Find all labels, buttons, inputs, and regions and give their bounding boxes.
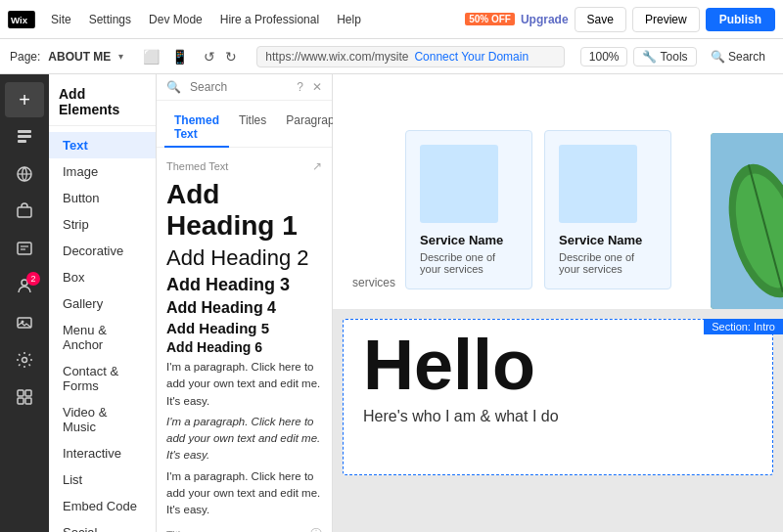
url-bar: https://www.wix.com/mysite Connect Your … [256, 46, 564, 67]
service-desc-2: Describe one of your services [559, 251, 657, 275]
service-card-2: Service Name Describe one of your servic… [544, 130, 671, 289]
services-area: services Service Name Describe one of yo… [333, 74, 691, 309]
panel-item-social[interactable]: Social [49, 519, 156, 532]
svg-rect-7 [18, 207, 31, 217]
device-icons: ⬜ 📱 [139, 47, 192, 66]
svg-rect-17 [18, 398, 23, 404]
hero-images [691, 74, 783, 309]
svg-rect-18 [25, 398, 31, 404]
titles-info-icon: ⓘ [310, 526, 322, 532]
desktop-icon[interactable]: ⬜ [139, 47, 163, 66]
leaf-image [711, 133, 783, 309]
top-bar-right: 50% OFF Upgrade Save Preview Publish [465, 7, 775, 32]
panel-item-decorative[interactable]: Decorative [49, 238, 156, 264]
tagline-text: Here's who I am & what I do [363, 408, 753, 425]
panel-item-box[interactable]: Box [49, 264, 156, 290]
panel-item-interactive[interactable]: Interactive [49, 440, 156, 466]
svg-point-14 [23, 358, 27, 363]
hero-section: services Service Name Describe one of yo… [333, 74, 783, 309]
undo-redo: ↺ ↻ [200, 47, 241, 66]
panel-item-strip[interactable]: Strip [49, 211, 156, 238]
zoom-level[interactable]: 100% [580, 47, 628, 66]
main-area: + 2 Add Elements Text [0, 74, 783, 532]
sidebar-icon-members[interactable]: 2 [5, 268, 44, 303]
sidebar-icon-apps[interactable] [5, 379, 44, 415]
heading-1-option[interactable]: Add Heading 1 [166, 179, 322, 242]
top-nav: Site Settings Dev Mode Hire a Profession… [43, 9, 369, 30]
panel-item-video-music[interactable]: Video & Music [49, 399, 156, 440]
top-bar: Wix Site Settings Dev Mode Hire a Profes… [0, 0, 783, 39]
publish-button[interactable]: Publish [706, 8, 775, 31]
panel-item-button[interactable]: Button [49, 185, 156, 211]
svg-rect-2 [18, 130, 31, 133]
nav-hire[interactable]: Hire a Professional [212, 9, 327, 30]
heading-3-option[interactable]: Add Heading 3 [166, 275, 322, 295]
sidebar-icon-wix-store[interactable] [5, 194, 44, 229]
titles-section-label: Titles ⓘ [166, 526, 322, 532]
connect-domain-link[interactable]: Connect Your Domain [414, 50, 529, 64]
heading-6-option[interactable]: Add Heading 6 [166, 339, 322, 355]
sub-panel-search-input[interactable] [190, 80, 288, 94]
plus-icon: + [19, 89, 30, 111]
members-badge: 2 [26, 272, 40, 286]
nav-devmode[interactable]: Dev Mode [141, 9, 210, 30]
service-image-2 [559, 145, 637, 223]
icon-sidebar: + 2 [0, 74, 49, 532]
panel-items-list: Text Image Button Strip Decorative Box G… [49, 126, 156, 532]
page-label: Page: [10, 50, 40, 64]
text-sub-panel: 🔍 ? ✕ Themed Text Titles Paragraphs Them… [157, 74, 333, 532]
save-button[interactable]: Save [575, 7, 626, 32]
redo-button[interactable]: ↻ [221, 47, 241, 66]
paragraph-2-option[interactable]: I'm a paragraph. Click here to add your … [166, 414, 322, 465]
service-name-2: Service Name [559, 233, 657, 247]
services-label: services [352, 276, 395, 289]
sidebar-icon-pages[interactable] [5, 119, 44, 155]
preview-button[interactable]: Preview [632, 7, 700, 32]
paragraph-1-option[interactable]: I'm a paragraph. Click here to add your … [166, 359, 322, 410]
panel-item-embed-code[interactable]: Embed Code [49, 493, 156, 519]
svg-rect-16 [25, 390, 31, 396]
panel-item-image[interactable]: Image [49, 158, 156, 185]
sidebar-icon-media[interactable] [5, 305, 44, 340]
nav-settings[interactable]: Settings [81, 9, 139, 30]
service-image-1 [420, 145, 498, 223]
page-name: ABOUT ME [48, 50, 111, 64]
sidebar-icon-blog[interactable] [5, 231, 44, 266]
svg-rect-4 [18, 140, 26, 143]
heading-2-option[interactable]: Add Heading 2 [166, 245, 322, 271]
paragraph-3-option[interactable]: I'm a paragraph. Click here to add your … [166, 468, 322, 519]
close-icon[interactable]: ✕ [312, 80, 322, 94]
question-icon: ? [297, 80, 303, 94]
heading-5-option[interactable]: Add Heading 5 [166, 320, 322, 336]
heading-4-option[interactable]: Add Heading 4 [166, 299, 322, 317]
wix-logo: Wix [8, 11, 35, 28]
tools-button[interactable]: 🔧 Tools [633, 47, 696, 66]
nav-help[interactable]: Help [329, 9, 369, 30]
search-button[interactable]: 🔍 Search [703, 48, 773, 66]
service-name-1: Service Name [420, 233, 518, 247]
panel-item-gallery[interactable]: Gallery [49, 290, 156, 317]
sidebar-icon-menus[interactable] [5, 156, 44, 192]
undo-button[interactable]: ↺ [200, 47, 219, 66]
canvas: services Service Name Describe one of yo… [333, 74, 783, 532]
panel-item-text[interactable]: Text [49, 132, 156, 158]
tab-themed-text[interactable]: Themed Text [164, 109, 229, 148]
section-intro-badge: Section: Intro [704, 319, 783, 334]
sidebar-icon-add[interactable]: + [5, 82, 44, 117]
tab-titles[interactable]: Titles [229, 109, 276, 148]
sidebar-icon-settings[interactable] [5, 342, 44, 377]
nav-site[interactable]: Site [43, 9, 79, 30]
info-icon: ↗ [312, 159, 322, 173]
panel-item-menu-anchor[interactable]: Menu & Anchor [49, 317, 156, 358]
url-text: https://www.wix.com/mysite [265, 50, 408, 64]
panel-item-contact-forms[interactable]: Contact & Forms [49, 358, 156, 399]
hello-text: Hello [363, 330, 753, 400]
upgrade-button[interactable]: Upgrade [521, 13, 569, 26]
mobile-icon[interactable]: 📱 [167, 47, 192, 66]
hello-box[interactable]: Hello Here's who I am & what I do [343, 319, 773, 475]
svg-rect-8 [18, 243, 31, 254]
chevron-down-icon[interactable]: ▾ [118, 51, 123, 62]
svg-rect-3 [18, 135, 31, 138]
panel-item-list[interactable]: List [49, 466, 156, 493]
add-elements-panel: Add Elements Text Image Button Strip Dec… [49, 74, 157, 532]
